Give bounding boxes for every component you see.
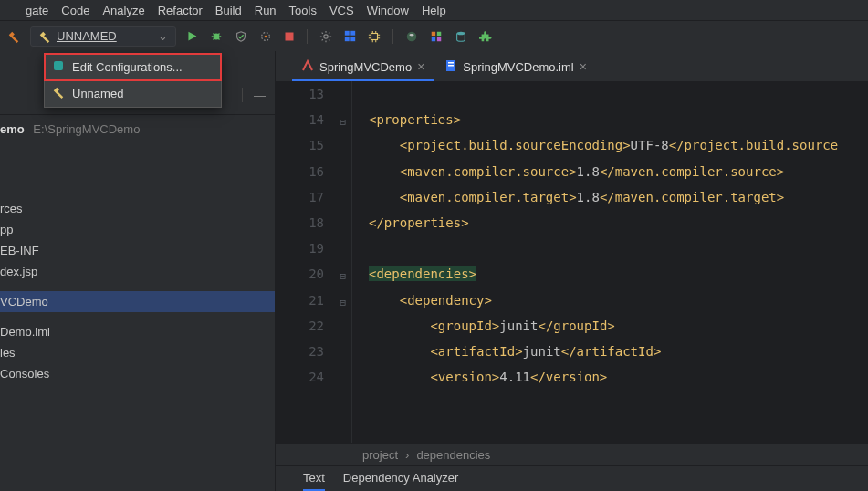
db-tool-icon[interactable] bbox=[455, 30, 467, 43]
editor-tab[interactable]: SpringMVCDemo× bbox=[292, 54, 434, 81]
code-line[interactable]: <dependencies> bbox=[369, 266, 868, 292]
code-line[interactable]: <dependency> bbox=[369, 293, 868, 319]
menu-analyze[interactable]: Analyze bbox=[102, 4, 144, 17]
menu-run[interactable]: Run bbox=[255, 4, 277, 17]
menu-help[interactable]: Help bbox=[422, 4, 446, 17]
svg-rect-19 bbox=[448, 62, 454, 64]
grid-icon[interactable] bbox=[344, 30, 356, 42]
tree-item[interactable]: ies bbox=[0, 342, 275, 363]
line-number: 13 bbox=[276, 87, 351, 112]
line-number: 19 bbox=[276, 241, 351, 266]
run-config-selector[interactable]: UNNAMED ⌄ bbox=[30, 26, 176, 47]
gutter: 1314⊟151617181920⊟21⊟222324 bbox=[276, 81, 352, 443]
close-icon[interactable]: × bbox=[417, 59, 424, 74]
tree-item[interactable]: pp bbox=[0, 219, 275, 240]
menu-gate[interactable]: gate bbox=[26, 4, 48, 17]
maven-icon bbox=[301, 59, 314, 75]
code-line[interactable]: <properties> bbox=[369, 112, 868, 138]
tree-item[interactable]: VCDemo bbox=[0, 291, 275, 312]
line-number: 16 bbox=[276, 164, 351, 190]
menu-build[interactable]: Build bbox=[215, 4, 242, 17]
menu-vcs[interactable]: VCS bbox=[329, 4, 354, 17]
bottom-tab-text[interactable]: Text bbox=[303, 471, 325, 491]
svg-point-4 bbox=[324, 34, 328, 37]
svg-point-10 bbox=[407, 31, 417, 41]
project-tree: rcesppEB-INFdex.jspVCDemoDemo.imliesCons… bbox=[0, 143, 275, 384]
stop-icon[interactable] bbox=[284, 31, 295, 42]
palette-icon[interactable] bbox=[430, 30, 443, 43]
code-line[interactable] bbox=[369, 241, 868, 266]
tree-item[interactable]: rces bbox=[0, 198, 275, 219]
run-config-label: UNNAMED bbox=[57, 29, 152, 43]
dropdown-item-edit-configurations-[interactable]: Edit Configurations... bbox=[45, 54, 221, 80]
code-area[interactable]: 1314⊟151617181920⊟21⊟222324 <properties>… bbox=[276, 81, 868, 443]
code-line[interactable] bbox=[369, 87, 868, 112]
line-number: 17 bbox=[276, 190, 351, 215]
iml-icon bbox=[444, 59, 457, 75]
gear-icon[interactable] bbox=[319, 30, 332, 43]
cpu-icon[interactable] bbox=[368, 30, 381, 43]
svg-point-11 bbox=[409, 34, 413, 36]
db-round-icon[interactable] bbox=[405, 30, 418, 43]
run-config-dropdown: Edit Configurations...Unnamed bbox=[44, 53, 222, 108]
menu-bar: gateCodeAnalyzeRefactorBuildRunToolsVCSW… bbox=[0, 0, 868, 21]
svg-rect-15 bbox=[437, 37, 441, 40]
line-number: 15 bbox=[276, 138, 351, 163]
svg-rect-3 bbox=[286, 32, 294, 40]
coverage-icon[interactable] bbox=[235, 30, 247, 43]
project-name: emo bbox=[0, 122, 25, 136]
menu-refactor[interactable]: Refactor bbox=[158, 4, 203, 17]
code-line[interactable]: <groupId>junit</groupId> bbox=[369, 319, 868, 344]
fold-icon[interactable]: ⊟ bbox=[340, 270, 346, 282]
menu-window[interactable]: Window bbox=[367, 4, 409, 17]
breadcrumb-item[interactable]: project bbox=[362, 448, 398, 462]
collapse-icon[interactable]: — bbox=[254, 89, 266, 102]
line-number: 20⊟ bbox=[276, 266, 351, 292]
code-line[interactable]: <project.build.sourceEncoding>UTF-8</pro… bbox=[369, 138, 868, 163]
fold-icon[interactable]: ⊟ bbox=[340, 116, 346, 128]
editor-tabs: SpringMVCDemo×SpringMVCDemo.iml× bbox=[276, 51, 868, 81]
line-number: 21⊟ bbox=[276, 293, 351, 319]
fold-icon[interactable]: ⊟ bbox=[340, 297, 346, 308]
play-icon[interactable] bbox=[186, 30, 198, 42]
menu-tools[interactable]: Tools bbox=[289, 4, 317, 17]
code-line[interactable]: <artifactId>junit</artifactId> bbox=[369, 344, 868, 370]
dropdown-label: Unnamed bbox=[72, 87, 123, 100]
svg-rect-17 bbox=[54, 61, 63, 70]
editor-tab[interactable]: SpringMVCDemo.iml× bbox=[435, 54, 596, 81]
svg-rect-5 bbox=[345, 31, 350, 36]
code[interactable]: <properties> <project.build.sourceEncodi… bbox=[352, 81, 868, 443]
breadcrumb-item[interactable]: dependencies bbox=[416, 448, 490, 462]
tree-item[interactable]: EB-INF bbox=[0, 240, 275, 261]
config-icon bbox=[52, 59, 65, 75]
line-number: 18 bbox=[276, 215, 351, 241]
code-line[interactable]: <version>4.11</version> bbox=[369, 370, 868, 395]
close-icon[interactable]: × bbox=[580, 59, 587, 74]
puzzle-icon[interactable] bbox=[479, 30, 492, 43]
bottom-tab-dependency-analyzer[interactable]: Dependency Analyzer bbox=[343, 471, 458, 491]
svg-rect-13 bbox=[437, 31, 441, 35]
menu-code[interactable]: Code bbox=[61, 4, 89, 17]
code-line[interactable]: <maven.compiler.target>1.8</maven.compil… bbox=[369, 190, 868, 215]
tree-item[interactable]: dex.jsp bbox=[0, 261, 275, 282]
tab-label: SpringMVCDemo bbox=[319, 60, 412, 74]
profile-icon[interactable] bbox=[259, 30, 272, 43]
svg-point-16 bbox=[457, 31, 465, 35]
hammer-icon[interactable] bbox=[7, 30, 20, 43]
tree-item[interactable]: Demo.iml bbox=[0, 321, 275, 342]
svg-rect-7 bbox=[345, 37, 350, 41]
hammer-icon bbox=[52, 86, 65, 101]
tab-label: SpringMVCDemo.iml bbox=[463, 60, 573, 74]
tree-item[interactable]: Consoles bbox=[0, 363, 275, 384]
dropdown-item-unnamed[interactable]: Unnamed bbox=[45, 80, 221, 107]
code-line[interactable]: <maven.compiler.source>1.8</maven.compil… bbox=[369, 164, 868, 190]
code-line[interactable]: </properties> bbox=[369, 215, 868, 241]
project-root[interactable]: emo E:\SpringMVCDemo bbox=[0, 115, 275, 143]
svg-rect-20 bbox=[448, 65, 454, 67]
bug-icon[interactable] bbox=[210, 30, 223, 43]
svg-rect-8 bbox=[350, 37, 355, 41]
bottom-tabs: TextDependency Analyzer bbox=[276, 465, 868, 491]
project-path: E:\SpringMVCDemo bbox=[33, 122, 140, 136]
chevron-down-icon: ⌄ bbox=[158, 29, 168, 43]
line-number: 14⊟ bbox=[276, 112, 351, 138]
